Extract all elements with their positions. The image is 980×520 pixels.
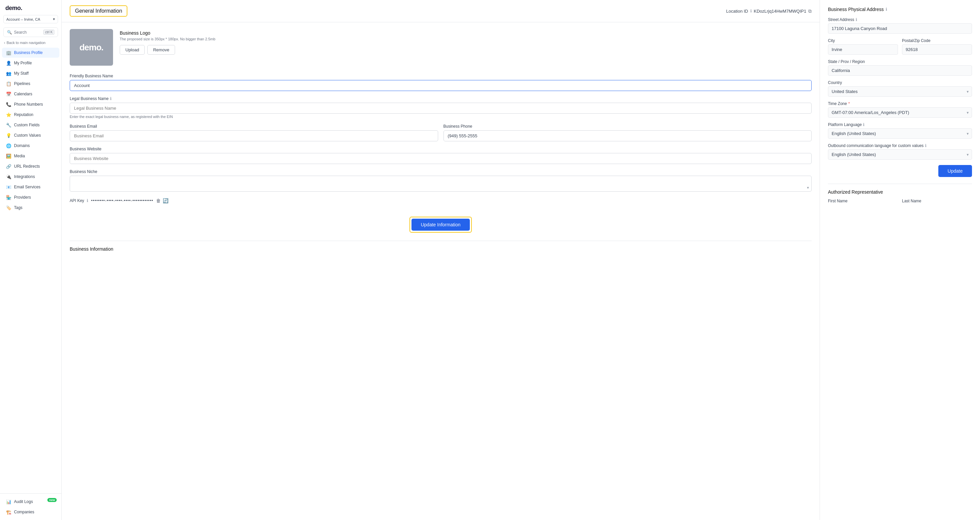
- right-panel: Business Physical Address ℹ Street Addre…: [820, 0, 980, 520]
- sidebar-item-reputation[interactable]: ⭐ Reputation: [2, 110, 59, 120]
- logo-section: demo. Business Logo The proposed size is…: [70, 29, 811, 66]
- outbound-lang-field: Outbound communication language for cust…: [828, 143, 972, 160]
- phone-numbers-icon: 📞: [6, 102, 11, 107]
- sidebar-item-label: Business Profile: [14, 50, 43, 55]
- right-section-title: Business Physical Address ℹ: [828, 7, 972, 12]
- search-bar[interactable]: 🔍 Search ctrl K: [3, 27, 58, 37]
- postal-field: Postal/Zip Code: [902, 38, 972, 55]
- platform-lang-label: Platform Language ℹ: [828, 122, 972, 127]
- location-id-info-icon: ℹ: [750, 9, 752, 13]
- api-key-row: API Key ℹ ••••••••-••••-••••-••••-••••••…: [70, 198, 811, 204]
- domains-icon: 🌐: [6, 143, 11, 148]
- sidebar-item-pipelines[interactable]: 📋 Pipelines: [2, 79, 59, 89]
- business-niche-input[interactable]: [70, 176, 811, 192]
- postal-label: Postal/Zip Code: [902, 38, 972, 43]
- custom-values-icon: 💡: [6, 133, 11, 138]
- auth-rep-first-name-field: First Name: [828, 199, 898, 205]
- sidebar-item-custom-fields[interactable]: 🔧 Custom Fields: [2, 120, 59, 130]
- sidebar-item-label: Pipelines: [14, 81, 30, 86]
- sidebar-item-calendars[interactable]: 📅 Calendars: [2, 89, 59, 99]
- niche-chevron-icon: ▾: [807, 185, 809, 190]
- location-id-value: KDozLrjq14HwM7MWQIP1: [754, 9, 807, 14]
- sidebar-item-custom-values[interactable]: 💡 Custom Values: [2, 130, 59, 140]
- media-icon: 🖼️: [6, 153, 11, 159]
- state-input[interactable]: [828, 65, 972, 76]
- sidebar-item-domains[interactable]: 🌐 Domains: [2, 141, 59, 151]
- sidebar-item-audit-logs[interactable]: 📊 Audit Logs new: [2, 497, 59, 507]
- api-key-info-icon: ℹ: [87, 198, 88, 203]
- sidebar-item-tags[interactable]: 🏷️ Tags: [2, 203, 59, 213]
- sidebar-item-label: My Staff: [14, 71, 29, 76]
- update-information-button[interactable]: Update Information: [412, 219, 470, 231]
- country-select-wrapper: United States: [828, 86, 972, 97]
- legal-name-input[interactable]: [70, 103, 811, 114]
- sidebar-item-label: Email Services: [14, 184, 40, 189]
- postal-input[interactable]: [902, 45, 972, 55]
- auth-rep-name-row: First Name Last Name: [828, 199, 972, 209]
- update-button[interactable]: Update: [938, 165, 972, 177]
- business-phone-input[interactable]: [444, 130, 812, 142]
- sidebar-item-label: My Profile: [14, 60, 32, 65]
- sidebar-item-integrations[interactable]: 🔌 Integrations: [2, 172, 59, 182]
- sidebar-item-my-profile[interactable]: 👤 My Profile: [2, 58, 59, 68]
- legal-name-info-icon: ℹ: [110, 96, 112, 101]
- sidebar-item-label: Companies: [14, 510, 34, 514]
- outbound-lang-select[interactable]: English (United States): [828, 149, 972, 160]
- auth-rep-first-name-label: First Name: [828, 199, 898, 204]
- sidebar-item-email-services[interactable]: 📧 Email Services: [2, 182, 59, 192]
- my-staff-icon: 👥: [6, 71, 11, 76]
- account-selector[interactable]: Account -- Irvine, CA ▾: [3, 15, 58, 23]
- logo-hint: The proposed size is 350px * 180px. No b…: [120, 37, 215, 41]
- sidebar-item-label: Custom Fields: [14, 122, 40, 127]
- sidebar-item-url-redirects[interactable]: 🔗 URL Redirects: [2, 161, 59, 171]
- friendly-name-input[interactable]: [70, 80, 811, 91]
- url-redirects-icon: 🔗: [6, 164, 11, 169]
- street-address-info-icon: ℹ: [856, 17, 857, 22]
- legal-name-field: Legal Business Name ℹ Enter the exact le…: [70, 96, 811, 119]
- state-label: State / Prov / Region: [828, 59, 972, 64]
- outbound-lang-select-wrapper: English (United States): [828, 149, 972, 160]
- update-info-section: Update Information: [70, 211, 811, 241]
- companies-icon: 🏗️: [6, 509, 11, 515]
- business-phone-field: Business Phone: [444, 124, 812, 142]
- platform-lang-info-icon: ℹ: [863, 122, 865, 127]
- auth-rep-title: Authorized Representative: [828, 184, 972, 195]
- sidebar-item-my-staff[interactable]: 👥 My Staff: [2, 68, 59, 78]
- business-website-input[interactable]: [70, 153, 811, 164]
- timezone-field: Time Zone * GMT-07:00 America/Los_Angele…: [828, 101, 972, 118]
- business-email-input[interactable]: [70, 130, 438, 142]
- upload-button[interactable]: Upload: [120, 45, 145, 55]
- back-to-main-nav[interactable]: ‹ Back to main navigation: [0, 39, 61, 47]
- sidebar-item-providers[interactable]: 🏪 Providers: [2, 192, 59, 202]
- business-niche-label: Business Niche: [70, 169, 811, 174]
- account-selector-label: Account -- Irvine, CA: [6, 17, 40, 21]
- refresh-api-key-icon[interactable]: 🔄: [163, 198, 169, 204]
- city-label: City: [828, 38, 898, 43]
- country-field: Country United States: [828, 80, 972, 97]
- business-info-section-title: Business Information: [70, 241, 811, 254]
- location-id-section: Location ID ℹ KDozLrjq14HwM7MWQIP1 ⧉: [726, 8, 811, 14]
- address-info-icon: ℹ: [886, 7, 887, 12]
- legal-name-hint: Enter the exact legal business name, as …: [70, 114, 811, 119]
- timezone-select[interactable]: GMT-07:00 America/Los_Angeles (PDT): [828, 107, 972, 118]
- page-title: General Information: [70, 5, 127, 17]
- business-email-field: Business Email: [70, 124, 438, 142]
- location-id-label: Location ID: [726, 9, 748, 14]
- timezone-required-star: *: [848, 101, 850, 106]
- sidebar-item-media[interactable]: 🖼️ Media: [2, 151, 59, 161]
- sidebar-item-business-profile[interactable]: 🏢 Business Profile: [2, 48, 59, 58]
- business-email-label: Business Email: [70, 124, 438, 129]
- remove-button[interactable]: Remove: [147, 45, 175, 55]
- copy-api-key-icon[interactable]: 🗑: [156, 198, 161, 204]
- sidebar-item-companies[interactable]: 🏗️ Companies: [2, 507, 59, 517]
- city-input[interactable]: [828, 45, 898, 55]
- sidebar-item-phone-numbers[interactable]: 📞 Phone Numbers: [2, 99, 59, 109]
- street-address-input[interactable]: [828, 23, 972, 34]
- platform-lang-select[interactable]: English (United States): [828, 128, 972, 139]
- center-panel: General Information Location ID ℹ KDozLr…: [62, 0, 820, 520]
- reputation-icon: ⭐: [6, 112, 11, 117]
- copy-icon[interactable]: ⧉: [808, 8, 811, 14]
- country-select[interactable]: United States: [828, 86, 972, 97]
- app-logo: demo.: [0, 0, 61, 15]
- platform-lang-field: Platform Language ℹ English (United Stat…: [828, 122, 972, 139]
